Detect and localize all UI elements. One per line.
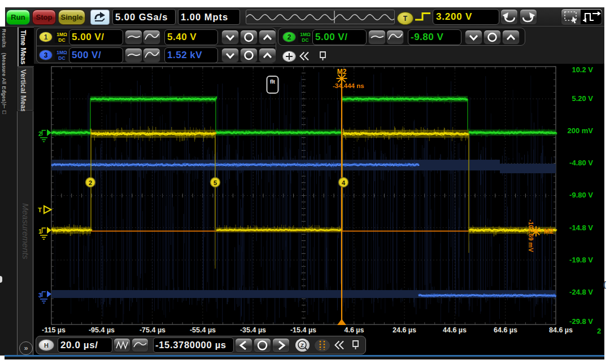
svg-text:5: 5 — [213, 179, 217, 186]
svg-text:3: 3 — [38, 292, 42, 299]
svg-text:-102.69 mV: -102.69 mV — [528, 220, 534, 252]
svg-text:-34.444 ns: -34.444 ns — [333, 82, 364, 89]
svg-text:2: 2 — [89, 179, 92, 186]
svg-text:flt: flt — [270, 78, 276, 85]
svg-text:M2: M2 — [337, 68, 347, 76]
svg-text:M2: M2 — [544, 227, 554, 235]
svg-text:2: 2 — [38, 130, 42, 137]
svg-text:Z: Z — [300, 343, 304, 348]
svg-text:T: T — [38, 207, 42, 213]
svg-text:1: 1 — [38, 228, 42, 235]
svg-text:4: 4 — [342, 179, 346, 186]
